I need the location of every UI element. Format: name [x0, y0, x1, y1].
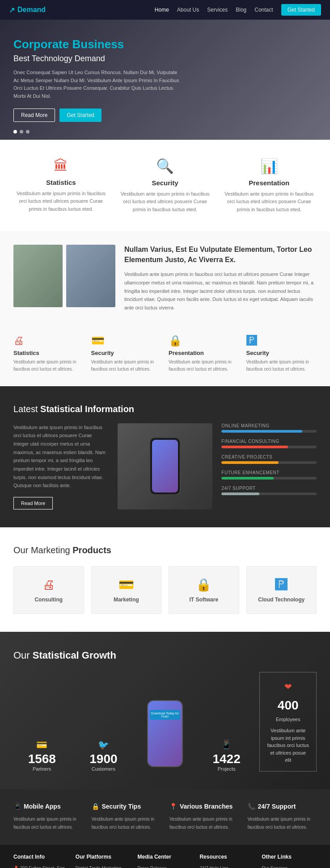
- consulting-label: Consulting: [21, 597, 76, 603]
- growth-section: Our Statistical Growth 💳 1568 Partners 🐦…: [0, 632, 330, 789]
- stats-dark-image: [118, 423, 213, 510]
- mobile-apps-icon: 📱: [13, 803, 21, 810]
- nav-home[interactable]: Home: [155, 7, 169, 13]
- hero-dot-2[interactable]: [20, 130, 23, 134]
- bar-247-support-track: [221, 492, 317, 495]
- security-desc: Vestibulum ante ipsum primis in faucibus…: [118, 190, 213, 214]
- hero-section: Corporate Business Best Technology Deman…: [0, 20, 330, 140]
- bar-future-enhancement: FUTURE ENHANCEMENT: [221, 470, 317, 480]
- product-cloud-technology: 🅿 Cloud Technology: [246, 566, 317, 614]
- stats-bars: ONLINE MARKETING FINANCIAL CONSULTING CR…: [221, 423, 317, 510]
- footer-bottom: Contact Info 📍 200 Fulton Street, San Di…: [0, 845, 330, 868]
- hero-headline: Corporate Business: [13, 38, 183, 51]
- projects-label: Projects: [198, 766, 255, 772]
- presentation-desc: Vestibulum ante ipsum primis in faucibus…: [221, 190, 317, 214]
- customers-icon: 🐦: [75, 739, 132, 750]
- nav-links: Home About Us Services Blog Contact Get …: [155, 4, 321, 16]
- footer-security-tips-title: 🔒 Security Tips: [92, 803, 161, 810]
- footer-media-title: Media Center: [138, 854, 193, 860]
- bar-247-support-label: 24/7 SUPPORT: [221, 486, 317, 491]
- footer-col-various-branches: 📍 Various Branches Vestibulum ante ipsum…: [169, 803, 239, 831]
- footer-platforms-list: Digital Trade Marketing Software Develop…: [76, 864, 131, 868]
- about-image-2: [66, 245, 115, 307]
- nav-blog[interactable]: Blog: [236, 7, 246, 13]
- footer-resources-list: 24/7 Help Line Nearest Branch Guidance D…: [199, 864, 254, 868]
- service-mini-presentation: 🔒 Presentation Vestibulum ante ipsum pri…: [169, 334, 239, 373]
- footer-platforms: Our Platforms Digital Trade Marketing So…: [76, 854, 131, 868]
- bar-financial-consulting: FINANCIAL CONSULTING: [221, 439, 317, 448]
- footer-col-security-tips: 🔒 Security Tips Vestibulum ante ipsum pr…: [92, 803, 161, 831]
- resource-1: 24/7 Help Line: [199, 864, 254, 868]
- bar-future-enhancement-label: FUTURE ENHANCEMENT: [221, 470, 317, 475]
- growth-box: ❤ 400 Employees Vestibulum ante ipsum in…: [259, 672, 317, 772]
- presentation-title: Presentation: [221, 179, 317, 187]
- hero-headline-plain: Corporate: [13, 38, 72, 51]
- bar-247-support-fill: [221, 492, 259, 495]
- hero-get-started-button[interactable]: Get Started: [59, 108, 101, 122]
- products-grid: 🖨 Consulting 💳 Marketing 🔒 IT Software 🅿…: [13, 566, 317, 614]
- customers-number: 1900: [75, 752, 132, 766]
- footer-other-links-title: Other Links: [262, 854, 317, 860]
- nav-contact[interactable]: Contact: [254, 7, 273, 13]
- service-mini-statistics-desc: Vestibulum ante ipsum primis in faucibus…: [13, 359, 84, 373]
- growth-box-text: Vestibulum ante ipsum int primis faucibu…: [267, 727, 309, 764]
- growth-stat-partners: 💳 1568 Partners: [13, 739, 71, 772]
- it-software-label: IT Software: [176, 597, 232, 603]
- bar-online-marketing-track: [221, 430, 317, 433]
- footer-media-center: Media Center Press Release Vision & Valu…: [138, 854, 193, 868]
- products-title: Our Marketing Products: [13, 545, 317, 555]
- bar-financial-consulting-fill: [221, 446, 288, 448]
- about-title: Nullam Varius, Est Eu Vulputate Elementu…: [124, 245, 317, 265]
- growth-phone-item: [136, 700, 194, 772]
- footer-resources: Resources 24/7 Help Line Nearest Branch …: [199, 854, 254, 868]
- service-mini-security-blue: 🅿 Security Vestibulum ante ipsum primis …: [246, 334, 317, 373]
- growth-stat-customers: 🐦 1900 Customers: [75, 739, 132, 772]
- service-mini-security-blue-icon: 🅿: [246, 334, 317, 347]
- hero-subheadline: Best Technology Demand: [13, 54, 183, 63]
- hero-read-more-button[interactable]: Read More: [13, 108, 55, 122]
- footer-platforms-title: Our Platforms: [76, 854, 131, 860]
- media-1: Press Release: [138, 864, 193, 868]
- footer-security-tips-text: Vestibulum ante ipsum primis in faucibus…: [92, 815, 161, 831]
- product-it-software: 🔒 IT Software: [169, 566, 239, 614]
- footer-contact-address: 📍 200 Fulton Street, San Diego, CA 84711…: [13, 864, 68, 868]
- hero-dot-3[interactable]: [26, 130, 30, 134]
- about-images: [13, 245, 115, 307]
- nav-about[interactable]: About Us: [177, 7, 199, 13]
- about-description: Vestibulum ante ipsum primis in faucibus…: [124, 270, 317, 312]
- cloud-technology-icon: 🅿: [254, 577, 309, 592]
- 247-support-icon: 📞: [248, 803, 255, 810]
- presentation-icon: 📊: [221, 158, 317, 175]
- partners-number: 1568: [13, 752, 71, 766]
- logo: ↗ Demand: [9, 6, 46, 14]
- security-tips-icon: 🔒: [92, 803, 99, 810]
- hero-description: Onec Consequat Sapien Ut Leo Cursus Rhon…: [13, 69, 183, 100]
- growth-stats: 💳 1568 Partners 🐦 1900 Customers 📱 1422 …: [13, 672, 317, 772]
- security-icon: 🔍: [118, 158, 213, 175]
- about-section: Nullam Varius, Est Eu Vulputate Elementu…: [0, 231, 330, 325]
- service-mini-security-green-icon: 💳: [91, 334, 162, 347]
- various-branches-icon: 📍: [169, 803, 177, 810]
- it-software-icon: 🔒: [176, 577, 232, 592]
- growth-stat-projects: 📱 1422 Projects: [198, 739, 255, 772]
- footer-various-branches-title: 📍 Various Branches: [169, 803, 239, 810]
- stats-read-more-button[interactable]: Read More: [13, 497, 53, 509]
- phone-mockup: [149, 437, 181, 495]
- stats-dark-description: Vestibulum ante ipsum primis in faucibus…: [13, 423, 109, 490]
- footer-resources-title: Resources: [199, 854, 254, 860]
- growth-phone-mockup: [147, 700, 183, 767]
- consulting-icon: 🖨: [21, 577, 76, 592]
- statistics-icon: 🏛: [13, 158, 109, 174]
- marketing-label: Marketing: [99, 597, 154, 603]
- feature-security: 🔍 Security Vestibulum ante ipsum primis …: [118, 158, 213, 214]
- navbar: ↗ Demand Home About Us Services Blog Con…: [0, 0, 330, 20]
- nav-services[interactable]: Services: [207, 7, 228, 13]
- platform-1: Digital Trade Marketing: [76, 864, 131, 868]
- bar-online-marketing-label: ONLINE MARKETING: [221, 423, 317, 428]
- product-marketing: 💳 Marketing: [91, 566, 162, 614]
- hero-dot-1[interactable]: [13, 130, 17, 134]
- nav-cta-button[interactable]: Get Started: [281, 4, 321, 16]
- footer-247-support-title: 📞 24/7 Support: [248, 803, 317, 810]
- statistics-title: Statistics: [13, 179, 109, 186]
- service-mini-presentation-title: Presentation: [169, 350, 239, 356]
